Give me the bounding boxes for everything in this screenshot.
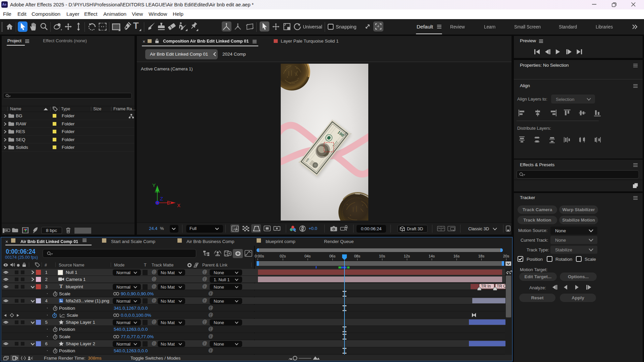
svg-text:Z: Z	[160, 196, 163, 201]
svg-text:Y: Y	[152, 182, 156, 188]
svg-text:X: X	[177, 202, 180, 208]
